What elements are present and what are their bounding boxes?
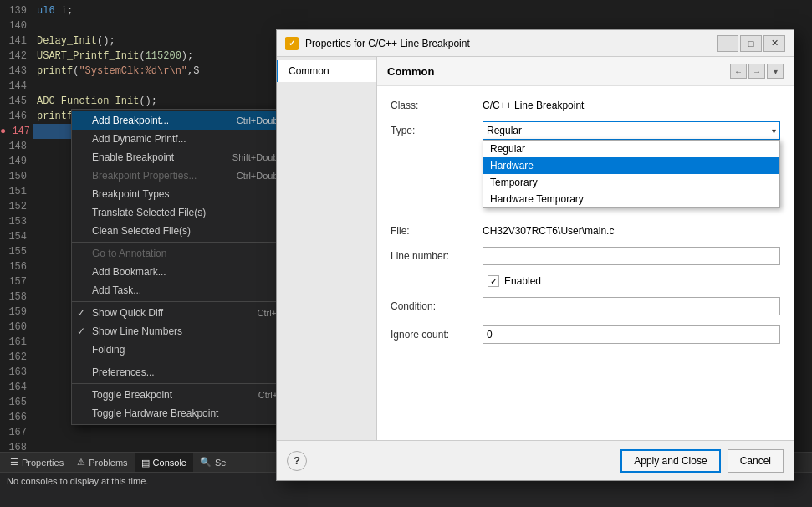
tab-console[interactable]: ▤ Console: [135, 453, 193, 472]
menu-breakpoint-types-label: Breakpoint Types: [92, 188, 170, 200]
dialog-main-header: Common ← → ▾: [377, 57, 794, 86]
dialog-body: Common Common ← → ▾ Class: C/C++ Line Br…: [277, 57, 794, 440]
cancel-button[interactable]: Cancel: [728, 449, 784, 473]
tab-search[interactable]: 🔍 Se: [193, 453, 232, 472]
enabled-checkbox[interactable]: ✓: [488, 275, 499, 287]
condition-label: Condition:: [391, 300, 483, 312]
file-label: File:: [391, 225, 483, 237]
search-tab-icon: 🔍: [200, 457, 212, 468]
type-option-hardware[interactable]: Hardware: [483, 157, 779, 174]
problems-tab-icon: ⚠: [77, 457, 85, 468]
tab-problems[interactable]: ⚠ Problems: [70, 453, 134, 472]
console-tab-icon: ▤: [141, 458, 150, 469]
dialog-nav-forward-button[interactable]: →: [748, 64, 765, 79]
line-number-input[interactable]: [483, 247, 780, 265]
type-select-chevron-icon: ▾: [772, 126, 776, 136]
menu-add-breakpoint-label: Add Breakpoint...: [92, 115, 169, 126]
menu-show-line-numbers-label: Show Line Numbers: [92, 325, 182, 337]
checkmark-quick-diff-icon: ✓: [77, 307, 85, 319]
menu-add-task-label: Add Task...: [92, 284, 141, 296]
menu-enable-breakpoint-label: Enable Breakpoint: [92, 151, 174, 163]
properties-tab-label: Properties: [22, 458, 64, 468]
type-select[interactable]: Regular ▾: [483, 121, 780, 140]
dialog-title-icon: ✓: [285, 37, 299, 50]
menu-add-dynamic-printf-label: Add Dynamic Printf...: [92, 133, 186, 145]
dialog-nav-buttons: ← → ▾: [730, 64, 784, 79]
menu-show-quick-diff-label: Show Quick Diff: [92, 307, 163, 319]
form-row-type: Type: Regular ▾ Regular Hardware Tempora…: [391, 121, 780, 140]
menu-add-bookmark-label: Add Bookmark...: [92, 266, 166, 278]
dialog-footer: ? Apply and Close Cancel: [277, 440, 794, 480]
class-value: C/C++ Line Breakpoint: [483, 100, 780, 111]
menu-goto-annotation-label: Go to Annotation: [92, 248, 166, 259]
enabled-label: Enabled: [504, 275, 541, 287]
type-select-container: Regular ▾ Regular Hardware Temporary Har…: [483, 121, 780, 140]
form-row-enabled: ✓ Enabled: [391, 275, 780, 287]
console-tab-label: Console: [153, 458, 186, 468]
line-number-label: Line number:: [391, 250, 483, 262]
type-option-hardware-temporary[interactable]: Hardware Temporary: [483, 191, 779, 207]
console-text: No consoles to display at this time.: [7, 476, 148, 486]
menu-clean-file-label: Clean Selected File(s): [92, 225, 191, 237]
form-row-file: File: CH32V307RCT6\User\main.c: [391, 225, 780, 237]
menu-folding-label: Folding: [92, 344, 125, 356]
type-option-regular[interactable]: Regular: [483, 141, 779, 157]
form-row-class: Class: C/C++ Line Breakpoint: [391, 100, 780, 111]
menu-toggle-breakpoint-label: Toggle Breakpoint: [92, 389, 172, 401]
footer-action-buttons: Apply and Close Cancel: [620, 449, 784, 473]
dialog-form: Class: C/C++ Line Breakpoint Type: Regul…: [377, 86, 794, 440]
type-label: Type:: [391, 125, 483, 136]
form-row-line-number: Line number:: [391, 247, 780, 265]
dialog-main-content: Common ← → ▾ Class: C/C++ Line Breakpoin…: [377, 57, 794, 440]
dialog-nav-down-button[interactable]: ▾: [767, 64, 784, 79]
file-value: CH32V307RCT6\User\main.c: [483, 225, 780, 237]
type-dropdown-menu: Regular Hardware Temporary Hardware Temp…: [483, 140, 780, 208]
apply-close-button[interactable]: Apply and Close: [620, 449, 720, 473]
dialog-window-buttons: ─ □ ✕: [717, 35, 785, 52]
dialog-minimize-button[interactable]: ─: [717, 35, 738, 52]
form-row-ignore-count: Ignore count:: [391, 325, 780, 344]
help-button[interactable]: ?: [287, 451, 307, 471]
dialog-titlebar: ✓ Properties for C/C++ Line Breakpoint ─…: [277, 30, 794, 57]
ignore-count-label: Ignore count:: [391, 329, 483, 341]
dialog-main-title: Common: [387, 65, 434, 78]
breakpoint-properties-dialog: ✓ Properties for C/C++ Line Breakpoint ─…: [276, 29, 794, 481]
form-row-condition: Condition:: [391, 297, 780, 315]
search-tab-label: Se: [215, 458, 226, 468]
menu-toggle-hardware-breakpoint-label: Toggle Hardware Breakpoint: [92, 407, 218, 419]
condition-input[interactable]: [483, 297, 780, 315]
checkmark-line-numbers-icon: ✓: [77, 325, 85, 337]
dialog-sidebar: Common: [277, 57, 377, 440]
menu-preferences-label: Preferences...: [92, 366, 155, 378]
properties-tab-icon: ☰: [10, 457, 18, 468]
menu-translate-file-label: Translate Selected File(s): [92, 207, 206, 218]
type-selected-value: Regular: [487, 125, 522, 136]
line-numbers: 139 140 141 142 143 144 145 146 ● 147 14…: [0, 0, 33, 452]
problems-tab-label: Problems: [89, 458, 127, 468]
dialog-close-button[interactable]: ✕: [763, 35, 785, 52]
sidebar-item-common[interactable]: Common: [277, 60, 376, 82]
dialog-title-text: Properties for C/C++ Line Breakpoint: [305, 38, 710, 49]
ignore-count-input[interactable]: [483, 325, 780, 344]
class-label: Class:: [391, 100, 483, 111]
dialog-nav-back-button[interactable]: ←: [730, 64, 747, 79]
tab-properties[interactable]: ☰ Properties: [3, 453, 70, 472]
menu-breakpoint-properties-label: Breakpoint Properties...: [92, 170, 197, 182]
dialog-maximize-button[interactable]: □: [740, 35, 762, 52]
type-option-temporary[interactable]: Temporary: [483, 174, 779, 191]
